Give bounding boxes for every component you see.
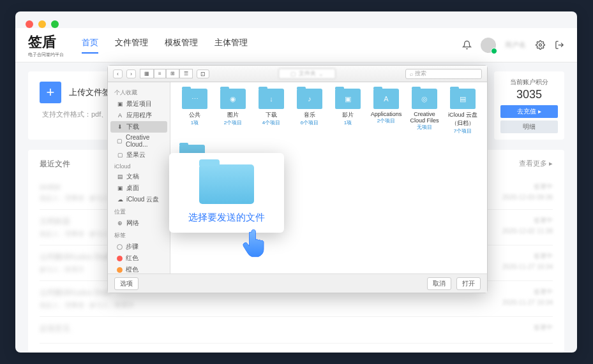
sidebar-favorites-header: 个人收藏: [108, 86, 170, 98]
logout-icon[interactable]: [554, 40, 564, 50]
recent-heading: 最近文件: [40, 159, 70, 170]
user-name: 用户名: [505, 40, 526, 50]
group-button[interactable]: ⊡: [197, 69, 209, 78]
sidebar-item[interactable]: ▣桌面: [108, 182, 170, 194]
options-button[interactable]: 选项: [114, 277, 139, 290]
nav-home[interactable]: 首页: [82, 37, 98, 54]
logo-sub: 电子合同签约平台: [28, 52, 64, 58]
sidebar-locations-header: 位置: [108, 205, 170, 217]
logo-text: 签盾: [28, 33, 63, 52]
logo: 签盾 电子合同签约平台: [28, 33, 64, 58]
maximize-window-button[interactable]: [51, 20, 59, 28]
online-badge: [491, 48, 497, 54]
sidebar-item[interactable]: ⬇下载: [110, 121, 167, 133]
nav-templates[interactable]: 模板管理: [165, 37, 198, 54]
file-picker-dialog: ‹ › ▦≡⊞☰ ⊡ ▢文件夹⌄ ⌕搜索 个人收藏 ▣最近项目A应用程序⬇下载▢…: [107, 65, 488, 293]
sidebar-item[interactable]: ▢坚果云: [108, 149, 170, 161]
recharge-button[interactable]: 去充值 ▸: [500, 105, 558, 118]
sidebar-item[interactable]: A应用程序: [108, 110, 170, 121]
sidebar-tags-header: 标签: [108, 229, 170, 241]
tag-item[interactable]: 步骤: [108, 241, 170, 252]
instruction-callout: 选择要发送的文件: [169, 153, 284, 233]
folder-icon: [199, 164, 254, 204]
close-window-button[interactable]: [26, 20, 33, 28]
avatar[interactable]: [481, 38, 496, 53]
app-header: 签盾 电子合同签约平台 首页 文件管理 模板管理 主体管理 用户名: [15, 28, 577, 62]
tag-item[interactable]: 红色: [108, 252, 170, 264]
sidebar-icloud-header: iCloud: [108, 161, 170, 171]
finder-footer: 选项 取消 打开: [108, 273, 487, 293]
cancel-button[interactable]: 取消: [427, 277, 451, 290]
folder-item[interactable]: ◎Creative Cloud Files无项目: [408, 89, 441, 135]
callout-text: 选择要发送的文件: [177, 212, 276, 224]
folder-item[interactable]: ▤iCloud 云盘（归档）7个项目: [446, 89, 479, 135]
gear-icon[interactable]: [535, 40, 545, 50]
finder-toolbar: ‹ › ▦≡⊞☰ ⊡ ▢文件夹⌄ ⌕搜索: [108, 66, 487, 82]
header-right: 用户名: [462, 38, 564, 53]
view-switcher[interactable]: ▦≡⊞☰: [140, 69, 193, 78]
main-nav: 首页 文件管理 模板管理 主体管理: [82, 37, 248, 54]
search-icon: ⌕: [410, 71, 413, 77]
open-button[interactable]: 打开: [456, 277, 481, 290]
folder-item[interactable]: AApplications2个项目: [370, 89, 403, 135]
details-button[interactable]: 明细: [500, 120, 558, 133]
folder-item[interactable]: ⋯公共1项: [178, 89, 211, 135]
finder-body: 个人收藏 ▣最近项目A应用程序⬇下载▢Creative Cloud...▢坚果云…: [108, 82, 487, 273]
folder-item[interactable]: ↓下载4个项目: [255, 89, 288, 135]
upload-button[interactable]: +: [40, 82, 61, 103]
minimize-window-button[interactable]: [38, 20, 46, 28]
file-row[interactable]: 反馈意见签署中: [40, 317, 553, 344]
points-label: 当前账户积分: [500, 78, 558, 87]
bell-icon[interactable]: [462, 40, 472, 50]
folder-item[interactable]: ▣影片1项: [331, 89, 364, 135]
sidebar-item[interactable]: ☁iCloud 云盘: [108, 194, 170, 205]
finder-search[interactable]: ⌕搜索: [405, 69, 482, 79]
forward-button[interactable]: ›: [126, 69, 136, 78]
traffic-lights: [26, 20, 59, 28]
nav-files[interactable]: 文件管理: [115, 37, 148, 54]
points-box: 当前账户积分 3035 去充值 ▸ 明细: [494, 71, 564, 140]
back-button[interactable]: ‹: [113, 69, 123, 78]
sidebar-item[interactable]: ▢Creative Cloud...: [108, 133, 170, 149]
view-more-link[interactable]: 查看更多 ▸: [519, 159, 553, 170]
path-control[interactable]: ▢文件夹⌄: [213, 68, 402, 79]
points-value: 3035: [500, 88, 558, 101]
nav-entities[interactable]: 主体管理: [214, 37, 248, 54]
svg-point-0: [539, 44, 541, 47]
sidebar-item[interactable]: ▣最近项目: [108, 98, 170, 110]
tag-item[interactable]: 橙色: [108, 264, 170, 273]
folder-item[interactable]: ◉图片2个项目: [216, 89, 250, 135]
sidebar-item[interactable]: ⊕网络: [108, 217, 170, 229]
finder-sidebar: 个人收藏 ▣最近项目A应用程序⬇下载▢Creative Cloud...▢坚果云…: [108, 82, 170, 273]
folder-item[interactable]: ♪音乐6个项目: [293, 89, 326, 135]
sidebar-item[interactable]: ▤文稿: [108, 171, 170, 182]
